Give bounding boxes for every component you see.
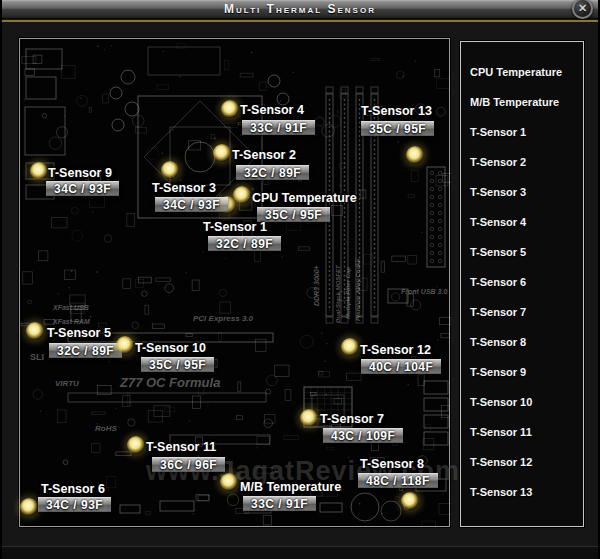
- multi-thermal-sensor-window: Multi Thermal Sensor ✕ XFast USBXFast RA…: [0, 0, 600, 559]
- silkscreen-text: PCI Express 3.0: [193, 314, 253, 323]
- sidebar-item-cpu-temperature[interactable]: CPU Temperature: [461, 57, 583, 87]
- accent-divider: [2, 20, 598, 22]
- silkscreen-text: SLI: [30, 352, 44, 362]
- sidebar-item-t-sensor-6[interactable]: T-Sensor 6: [461, 267, 583, 297]
- sidebar-item-t-sensor-12[interactable]: T-Sensor 12: [461, 447, 583, 477]
- silkscreen-text: XFast RAM: [53, 318, 90, 325]
- silkscreen-text: Z77 OC Formula: [120, 375, 220, 390]
- silkscreen-text: Front USB 3.0: [401, 288, 447, 295]
- silkscreen-text: RoHS: [95, 424, 117, 433]
- watermark: www.JagatReview.com: [146, 456, 460, 487]
- sidebar-item-t-sensor-8[interactable]: T-Sensor 8: [461, 327, 583, 357]
- sidebar-item-t-sensor-11[interactable]: T-Sensor 11: [461, 417, 583, 447]
- sidebar-item-t-sensor-10[interactable]: T-Sensor 10: [461, 387, 583, 417]
- motherboard-image: XFast USBXFast RAMPCI Express 3.0Z77 OC …: [19, 38, 450, 527]
- silkscreen-text: VIRTU: [55, 379, 79, 388]
- sidebar-item-t-sensor-7[interactable]: T-Sensor 7: [461, 297, 583, 327]
- window-footer: [2, 546, 598, 559]
- silkscreen-text: DDR3 3000+: [313, 265, 320, 306]
- sensor-list: CPU TemperatureM/B TemperatureT-Sensor 1…: [460, 41, 584, 527]
- sidebar-item-t-sensor-1[interactable]: T-Sensor 1: [461, 117, 583, 147]
- title-bar: Multi Thermal Sensor: [2, 0, 598, 19]
- sidebar-item-t-sensor-9[interactable]: T-Sensor 9: [461, 357, 583, 387]
- silkscreen-text: Dual-Stack MOSFET: [335, 265, 341, 323]
- silkscreen-text: Premium Alloy Choke: [355, 259, 361, 321]
- sidebar-item-t-sensor-13[interactable]: T-Sensor 13: [461, 477, 583, 507]
- window-title: Multi Thermal Sensor: [2, 2, 598, 16]
- silkscreen-text: Multiple Filter Cap: [345, 267, 351, 319]
- sidebar-item-t-sensor-2[interactable]: T-Sensor 2: [461, 147, 583, 177]
- sidebar-item-m-b-temperature[interactable]: M/B Temperature: [461, 87, 583, 117]
- sidebar-item-t-sensor-4[interactable]: T-Sensor 4: [461, 207, 583, 237]
- sidebar-item-t-sensor-3[interactable]: T-Sensor 3: [461, 177, 583, 207]
- silkscreen-text: XFast USB: [53, 304, 89, 311]
- sidebar-item-t-sensor-5[interactable]: T-Sensor 5: [461, 237, 583, 267]
- close-icon: ✕: [578, 3, 587, 14]
